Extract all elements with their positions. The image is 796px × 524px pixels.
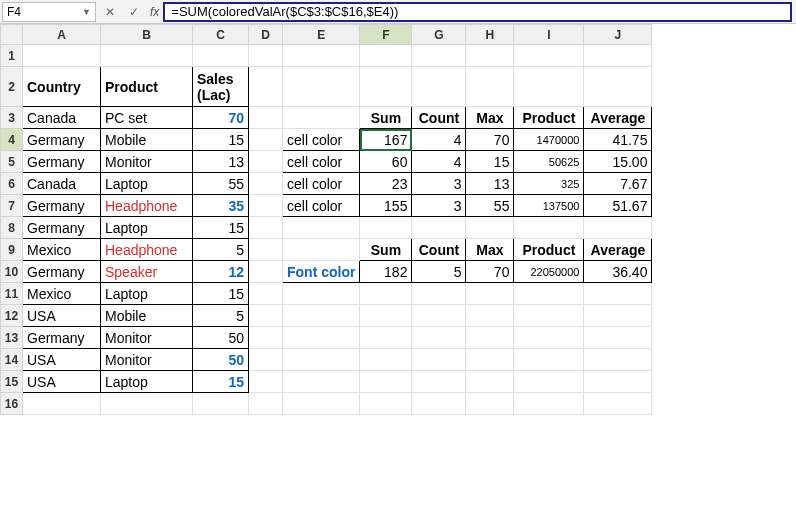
cell-H6[interactable]: 13 xyxy=(466,173,514,195)
cell-G3[interactable]: Count xyxy=(412,107,466,129)
cell-H8[interactable] xyxy=(466,217,514,239)
cell-B13[interactable]: Monitor xyxy=(101,327,193,349)
cell-F2[interactable] xyxy=(360,67,412,107)
cell-A12[interactable]: USA xyxy=(23,305,101,327)
cell-D3[interactable] xyxy=(249,107,283,129)
column-header-H[interactable]: H xyxy=(466,25,514,45)
cell-J16[interactable] xyxy=(584,393,652,415)
row-header-9[interactable]: 9 xyxy=(1,239,23,261)
cell-I7[interactable]: 137500 xyxy=(514,195,584,217)
cell-I4[interactable]: 1470000 xyxy=(514,129,584,151)
cell-G1[interactable] xyxy=(412,45,466,67)
column-header-I[interactable]: I xyxy=(514,25,584,45)
name-box[interactable]: F4 ▼ xyxy=(2,2,96,22)
cell-G16[interactable] xyxy=(412,393,466,415)
cell-C7[interactable]: 35 xyxy=(193,195,249,217)
cell-G15[interactable] xyxy=(412,371,466,393)
cell-H4[interactable]: 70 xyxy=(466,129,514,151)
cell-D12[interactable] xyxy=(249,305,283,327)
cell-E1[interactable] xyxy=(283,45,360,67)
cell-C14[interactable]: 50 xyxy=(193,349,249,371)
cell-B3[interactable]: PC set xyxy=(101,107,193,129)
cell-J14[interactable] xyxy=(584,349,652,371)
cell-E9[interactable] xyxy=(283,239,360,261)
cell-E14[interactable] xyxy=(283,349,360,371)
cell-C12[interactable]: 5 xyxy=(193,305,249,327)
cell-D7[interactable] xyxy=(249,195,283,217)
row-header-8[interactable]: 8 xyxy=(1,217,23,239)
cell-B6[interactable]: Laptop xyxy=(101,173,193,195)
cell-I9[interactable]: Product xyxy=(514,239,584,261)
cell-D8[interactable] xyxy=(249,217,283,239)
cell-G11[interactable] xyxy=(412,283,466,305)
cell-C6[interactable]: 55 xyxy=(193,173,249,195)
cell-C2[interactable]: Sales (Lac) xyxy=(193,67,249,107)
cell-B2[interactable]: Product xyxy=(101,67,193,107)
cell-J1[interactable] xyxy=(584,45,652,67)
cell-G7[interactable]: 3 xyxy=(412,195,466,217)
cell-F11[interactable] xyxy=(360,283,412,305)
row-header-12[interactable]: 12 xyxy=(1,305,23,327)
cell-F1[interactable] xyxy=(360,45,412,67)
cell-C15[interactable]: 15 xyxy=(193,371,249,393)
cell-H1[interactable] xyxy=(466,45,514,67)
cell-E4[interactable]: cell color xyxy=(283,129,360,151)
cell-D6[interactable] xyxy=(249,173,283,195)
cell-A16[interactable] xyxy=(23,393,101,415)
cell-A7[interactable]: Germany xyxy=(23,195,101,217)
cell-G5[interactable]: 4 xyxy=(412,151,466,173)
cell-J13[interactable] xyxy=(584,327,652,349)
cell-B16[interactable] xyxy=(101,393,193,415)
column-header-A[interactable]: A xyxy=(23,25,101,45)
cell-C3[interactable]: 70 xyxy=(193,107,249,129)
spreadsheet-grid[interactable]: ABCDEFGHIJ12CountryProductSales (Lac)3Ca… xyxy=(0,24,796,415)
cell-D15[interactable] xyxy=(249,371,283,393)
cell-A10[interactable]: Germany xyxy=(23,261,101,283)
row-header-1[interactable]: 1 xyxy=(1,45,23,67)
cell-F13[interactable] xyxy=(360,327,412,349)
cell-H13[interactable] xyxy=(466,327,514,349)
cell-C1[interactable] xyxy=(193,45,249,67)
cell-I13[interactable] xyxy=(514,327,584,349)
cell-I6[interactable]: 325 xyxy=(514,173,584,195)
cell-I2[interactable] xyxy=(514,67,584,107)
column-header-E[interactable]: E xyxy=(283,25,360,45)
row-header-10[interactable]: 10 xyxy=(1,261,23,283)
cell-H16[interactable] xyxy=(466,393,514,415)
column-header-G[interactable]: G xyxy=(412,25,466,45)
cell-B9[interactable]: Headphone xyxy=(101,239,193,261)
cell-C4[interactable]: 15 xyxy=(193,129,249,151)
cell-H15[interactable] xyxy=(466,371,514,393)
cell-H12[interactable] xyxy=(466,305,514,327)
cell-F12[interactable] xyxy=(360,305,412,327)
cell-D16[interactable] xyxy=(249,393,283,415)
cell-I1[interactable] xyxy=(514,45,584,67)
cell-J11[interactable] xyxy=(584,283,652,305)
cell-F15[interactable] xyxy=(360,371,412,393)
cancel-icon[interactable]: ✕ xyxy=(98,2,122,22)
row-header-15[interactable]: 15 xyxy=(1,371,23,393)
cell-I5[interactable]: 50625 xyxy=(514,151,584,173)
column-header-C[interactable]: C xyxy=(193,25,249,45)
cell-F6[interactable]: 23 xyxy=(360,173,412,195)
cell-E6[interactable]: cell color xyxy=(283,173,360,195)
cell-C9[interactable]: 5 xyxy=(193,239,249,261)
cell-E7[interactable]: cell color xyxy=(283,195,360,217)
column-header-B[interactable]: B xyxy=(101,25,193,45)
row-header-2[interactable]: 2 xyxy=(1,67,23,107)
cell-E15[interactable] xyxy=(283,371,360,393)
cell-G2[interactable] xyxy=(412,67,466,107)
row-header-3[interactable]: 3 xyxy=(1,107,23,129)
cell-C8[interactable]: 15 xyxy=(193,217,249,239)
cell-J7[interactable]: 51.67 xyxy=(584,195,652,217)
cell-A1[interactable] xyxy=(23,45,101,67)
cell-E8[interactable] xyxy=(283,217,360,239)
cell-G13[interactable] xyxy=(412,327,466,349)
cell-B1[interactable] xyxy=(101,45,193,67)
cell-G9[interactable]: Count xyxy=(412,239,466,261)
cell-C13[interactable]: 50 xyxy=(193,327,249,349)
row-header-16[interactable]: 16 xyxy=(1,393,23,415)
cell-I3[interactable]: Product xyxy=(514,107,584,129)
row-header-5[interactable]: 5 xyxy=(1,151,23,173)
cell-A6[interactable]: Canada xyxy=(23,173,101,195)
